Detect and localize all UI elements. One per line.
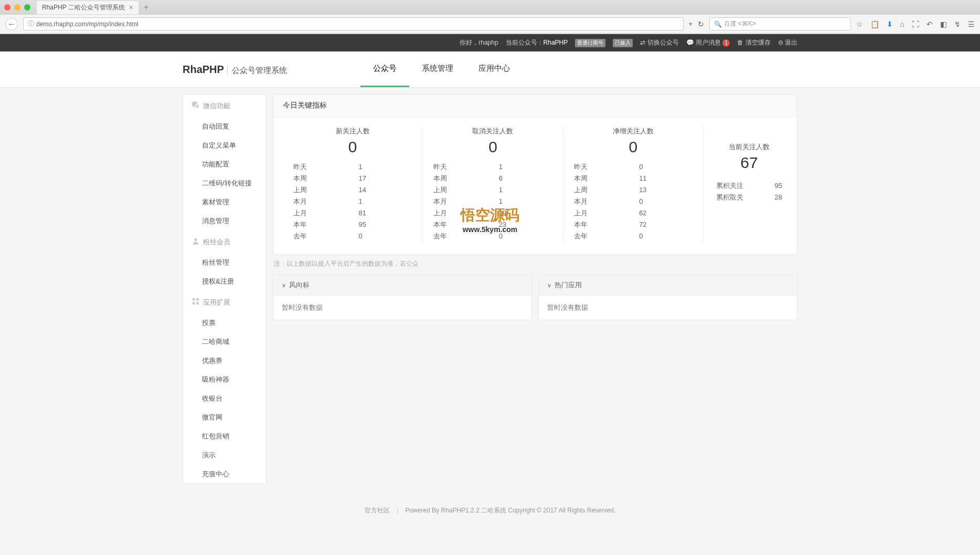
clear-cache-link[interactable]: 🗑 清空缓存	[737, 38, 770, 47]
section-body: 暂时没有数据	[273, 296, 531, 320]
menu-icon[interactable]: ☰	[968, 20, 975, 28]
sidebar-item[interactable]: 演示	[183, 446, 266, 465]
metric-row: 上周14	[293, 184, 412, 196]
sidebar-item[interactable]: 优惠券	[183, 351, 266, 370]
tab-bar: RhaPHP 二哈公众号管理系统 × +	[0, 0, 980, 15]
section-header[interactable]: ∨风向标	[273, 275, 531, 296]
greeting: 你好，rhaphp	[460, 38, 498, 47]
metric-value: 0	[293, 138, 412, 156]
footer-community-link[interactable]: 官方社区	[365, 507, 390, 514]
sync-icon[interactable]: ↯	[954, 20, 961, 28]
site-info-icon[interactable]: ⓘ	[28, 19, 34, 28]
sidebar-item[interactable]: 收银台	[183, 389, 266, 408]
main-content: 今日关键指标 新关注人数0昨天1本周17上周14本月1上月81本年95去年0取消…	[273, 94, 797, 484]
metric-row: 上周13	[574, 184, 693, 196]
toolbar-icons: ☆ 📋 ⬇ ⌂ ⛶ ↶ ◧ ↯ ☰	[856, 20, 975, 28]
sidebar-item[interactable]: 粉丝管理	[183, 253, 266, 272]
sidebar-item[interactable]: 二维码/转化链接	[183, 174, 266, 193]
switch-account-link[interactable]: ⇄ 切换公众号	[640, 38, 678, 47]
footnote: 注：以上数据以接入平台后产生的数据为准，若公众	[273, 255, 797, 273]
metric-column: 新关注人数0昨天1本周17上周14本月1上月81本年95去年0	[283, 127, 423, 242]
minimize-icon[interactable]	[14, 4, 20, 11]
footer-copyright: Powered By RhaPHP1.2.2 二哈系统 Copyright © …	[405, 507, 615, 514]
sidebar-item[interactable]: 功能配置	[183, 155, 266, 174]
metric-row: 上月62	[574, 207, 693, 219]
nav-tab[interactable]: 系统管理	[409, 51, 466, 87]
apps-icon	[191, 297, 200, 307]
new-tab-button[interactable]: +	[144, 3, 148, 12]
fullscreen-icon[interactable]: ⛶	[912, 20, 919, 28]
wechat-icon	[191, 101, 200, 111]
sidebar-item[interactable]: 微官网	[183, 408, 266, 427]
undo-icon[interactable]: ↶	[926, 20, 933, 28]
maximize-icon[interactable]	[24, 4, 30, 11]
sidebar-item[interactable]: 消息管理	[183, 212, 266, 231]
back-button[interactable]: ←	[5, 18, 18, 30]
svg-rect-4	[196, 302, 199, 305]
search-icon: 🔍	[714, 20, 722, 28]
metric-label: 新关注人数	[293, 127, 412, 136]
sidebar-group-title: 应用扩展	[183, 291, 266, 313]
section-panel: ∨热门应用暂时没有数据	[538, 275, 797, 320]
metric-row: 去年0	[433, 231, 552, 242]
extension-icon[interactable]: ◧	[940, 20, 947, 28]
download-icon[interactable]: ⬇	[887, 20, 893, 28]
dropdown-icon[interactable]: ▾	[689, 20, 693, 28]
main-header: RhaPHP公众号管理系统 公众号系统管理应用中心	[0, 51, 980, 88]
sidebar-item[interactable]: 红包营销	[183, 427, 266, 446]
browser-tab[interactable]: RhaPHP 二哈公众号管理系统 ×	[37, 1, 139, 14]
metric-row: 本月1	[433, 196, 552, 207]
sidebar-item[interactable]: 自动回复	[183, 117, 266, 136]
tab-close-icon[interactable]: ×	[129, 3, 133, 12]
metric-row: 本周6	[433, 173, 552, 184]
chevron-down-icon: ∨	[282, 282, 286, 289]
sidebar-group-title: 微信功能	[183, 95, 266, 117]
url-bar: ← ⓘ demo.rhaphp.com/mp/mp/index.html ▾ ↻…	[0, 15, 980, 34]
metric-row: 去年0	[574, 231, 693, 242]
metric-row: 昨天1	[433, 161, 552, 173]
refresh-button[interactable]: ↻	[698, 20, 704, 28]
main-nav: 公众号系统管理应用中心	[360, 51, 523, 87]
metric-column: 净增关注人数0昨天0本周11上周13本月0上月62本年72去年0	[563, 127, 704, 242]
sidebar-item[interactable]: 自定义菜单	[183, 136, 266, 155]
metric-row: 本年95	[293, 219, 412, 231]
top-info-bar: 你好，rhaphp 当前公众号：RhaPHP 普通订阅号 已接入 ⇄ 切换公众号…	[0, 34, 980, 51]
metric-column: 取消关注人数0昨天1本周6上周1本月1上月19本年23去年0	[423, 127, 563, 242]
metric-row: 本周17	[293, 173, 412, 184]
sidebar-item[interactable]: 二哈商城	[183, 332, 266, 351]
browser-chrome: RhaPHP 二哈公众号管理系统 × + ← ⓘ demo.rhaphp.com…	[0, 0, 980, 34]
browser-search[interactable]: 🔍 百度 <⌘K>	[709, 17, 851, 30]
nav-tab[interactable]: 公众号	[360, 51, 409, 87]
close-icon[interactable]	[4, 4, 10, 11]
nav-tab[interactable]: 应用中心	[466, 51, 523, 87]
metric-row: 昨天1	[293, 161, 412, 173]
current-account: 当前公众号：RhaPHP	[506, 38, 568, 47]
logout-link[interactable]: ⊖ 退出	[778, 38, 797, 47]
clipboard-icon[interactable]: 📋	[870, 20, 879, 28]
summary-row: 累积关注95	[716, 180, 782, 192]
chevron-down-icon: ∨	[547, 282, 551, 289]
bookmark-icon[interactable]: ☆	[856, 20, 863, 28]
sidebar-item[interactable]: 素材管理	[183, 193, 266, 212]
sidebar-item[interactable]: 充值中心	[183, 465, 266, 484]
sidebar-item[interactable]: 投票	[183, 313, 266, 332]
metric-row: 去年0	[293, 231, 412, 242]
home-icon[interactable]: ⌂	[900, 20, 904, 28]
metric-row: 上月19	[433, 207, 552, 219]
address-bar[interactable]: ⓘ demo.rhaphp.com/mp/mp/index.html	[23, 17, 684, 30]
metric-row: 昨天0	[574, 161, 693, 173]
footer: 官方社区 | Powered By RhaPHP1.2.2 二哈系统 Copyr…	[0, 490, 980, 547]
user-messages-link[interactable]: 💬 用户消息 1	[686, 38, 730, 47]
sidebar-item[interactable]: 授权&注册	[183, 272, 266, 291]
metric-value: 0	[574, 138, 693, 156]
metric-row: 上周1	[433, 184, 552, 196]
message-count-badge: 1	[722, 39, 730, 47]
sidebar-item[interactable]: 吸粉神器	[183, 370, 266, 389]
sidebar-group-title: 粉丝会员	[183, 231, 266, 253]
sidebar: 微信功能自动回复自定义菜单功能配置二维码/转化链接素材管理消息管理粉丝会员粉丝管…	[183, 94, 267, 484]
metric-row: 本年72	[574, 219, 693, 231]
section-body: 暂时没有数据	[539, 296, 797, 320]
logo: RhaPHP公众号管理系统	[183, 64, 287, 76]
window-controls	[4, 4, 30, 11]
section-header[interactable]: ∨热门应用	[539, 275, 797, 296]
